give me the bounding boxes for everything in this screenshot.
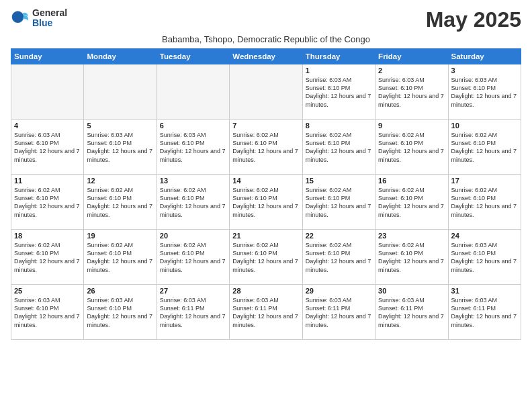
- cell-info: Sunrise: 6:03 AMSunset: 6:10 PMDaylight:…: [14, 296, 81, 329]
- header-friday: Friday: [375, 49, 448, 64]
- cell-info: Sunrise: 6:02 AMSunset: 6:10 PMDaylight:…: [232, 241, 299, 274]
- table-row: 8Sunrise: 6:02 AMSunset: 6:10 PMDaylight…: [302, 120, 375, 175]
- day-number: 19: [87, 232, 153, 240]
- cell-info: Sunrise: 6:02 AMSunset: 6:10 PMDaylight:…: [306, 241, 372, 274]
- page: General Blue May 2025 Babamba, Tshopo, D…: [0, 0, 532, 411]
- table-row: 19Sunrise: 6:02 AMSunset: 6:10 PMDayligh…: [84, 230, 157, 285]
- table-row: 24Sunrise: 6:03 AMSunset: 6:10 PMDayligh…: [448, 230, 521, 285]
- table-row: 4Sunrise: 6:03 AMSunset: 6:10 PMDaylight…: [11, 120, 84, 175]
- day-number: 20: [160, 232, 226, 240]
- day-number: 18: [14, 232, 81, 240]
- cell-info: Sunrise: 6:03 AMSunset: 6:10 PMDaylight:…: [306, 76, 372, 109]
- day-number: 25: [14, 287, 81, 295]
- day-number: 2: [378, 66, 445, 75]
- logo-icon: [11, 9, 30, 28]
- day-number: 12: [87, 177, 153, 185]
- cell-info: Sunrise: 6:02 AMSunset: 6:10 PMDaylight:…: [14, 241, 81, 274]
- cell-info: Sunrise: 6:03 AMSunset: 6:10 PMDaylight:…: [451, 241, 518, 274]
- calendar-row-2: 11Sunrise: 6:02 AMSunset: 6:10 PMDayligh…: [11, 175, 521, 230]
- day-number: 9: [378, 122, 445, 130]
- cell-info: Sunrise: 6:02 AMSunset: 6:10 PMDaylight:…: [87, 241, 153, 274]
- cell-info: Sunrise: 6:03 AMSunset: 6:10 PMDaylight:…: [87, 296, 153, 329]
- day-number: 10: [451, 122, 518, 130]
- day-number: 31: [451, 287, 518, 295]
- calendar-row-0: 1Sunrise: 6:03 AMSunset: 6:10 PMDaylight…: [11, 64, 521, 120]
- calendar-row-1: 4Sunrise: 6:03 AMSunset: 6:10 PMDaylight…: [11, 120, 521, 175]
- table-row: 17Sunrise: 6:02 AMSunset: 6:10 PMDayligh…: [448, 175, 521, 230]
- table-row: 18Sunrise: 6:02 AMSunset: 6:10 PMDayligh…: [11, 230, 84, 285]
- day-number: 16: [378, 177, 445, 185]
- cell-info: Sunrise: 6:03 AMSunset: 6:11 PMDaylight:…: [306, 296, 372, 329]
- day-number: 21: [232, 232, 299, 240]
- table-row: 14Sunrise: 6:02 AMSunset: 6:10 PMDayligh…: [230, 175, 302, 230]
- cell-info: Sunrise: 6:03 AMSunset: 6:10 PMDaylight:…: [378, 76, 445, 109]
- day-number: 28: [232, 287, 299, 295]
- header-tuesday: Tuesday: [157, 49, 229, 64]
- header-thursday: Thursday: [302, 49, 375, 64]
- table-row: 1Sunrise: 6:03 AMSunset: 6:10 PMDaylight…: [302, 64, 375, 120]
- cell-info: Sunrise: 6:02 AMSunset: 6:10 PMDaylight:…: [451, 186, 518, 219]
- cell-info: Sunrise: 6:02 AMSunset: 6:10 PMDaylight:…: [378, 186, 445, 219]
- cell-info: Sunrise: 6:03 AMSunset: 6:11 PMDaylight:…: [378, 296, 445, 329]
- cell-info: Sunrise: 6:02 AMSunset: 6:10 PMDaylight:…: [232, 131, 299, 164]
- day-number: 30: [378, 287, 445, 295]
- cell-info: Sunrise: 6:02 AMSunset: 6:10 PMDaylight:…: [306, 186, 372, 219]
- table-row: 26Sunrise: 6:03 AMSunset: 6:10 PMDayligh…: [84, 285, 157, 340]
- month-year: May 2025: [426, 8, 521, 32]
- table-row: [230, 64, 302, 120]
- day-number: 6: [160, 122, 226, 130]
- header-sunday: Sunday: [11, 49, 84, 64]
- cell-info: Sunrise: 6:03 AMSunset: 6:10 PMDaylight:…: [87, 131, 153, 164]
- logo-blue: Blue: [32, 18, 67, 28]
- table-row: 13Sunrise: 6:02 AMSunset: 6:10 PMDayligh…: [157, 175, 229, 230]
- day-number: 3: [451, 66, 518, 75]
- day-number: 13: [160, 177, 226, 185]
- table-row: 9Sunrise: 6:02 AMSunset: 6:10 PMDaylight…: [375, 120, 448, 175]
- header: General Blue May 2025: [11, 8, 521, 32]
- day-number: 23: [378, 232, 445, 240]
- calendar: Sunday Monday Tuesday Wednesday Thursday…: [11, 48, 521, 340]
- table-row: 10Sunrise: 6:02 AMSunset: 6:10 PMDayligh…: [448, 120, 521, 175]
- cell-info: Sunrise: 6:02 AMSunset: 6:10 PMDaylight:…: [378, 131, 445, 164]
- logo-general: General: [32, 8, 67, 18]
- day-number: 27: [160, 287, 226, 295]
- day-number: 8: [306, 122, 372, 130]
- table-row: [157, 64, 229, 120]
- cell-info: Sunrise: 6:03 AMSunset: 6:10 PMDaylight:…: [451, 76, 518, 109]
- cell-info: Sunrise: 6:03 AMSunset: 6:11 PMDaylight:…: [232, 296, 299, 329]
- table-row: 29Sunrise: 6:03 AMSunset: 6:11 PMDayligh…: [302, 285, 375, 340]
- day-number: 14: [232, 177, 299, 185]
- table-row: 25Sunrise: 6:03 AMSunset: 6:10 PMDayligh…: [11, 285, 84, 340]
- table-row: 21Sunrise: 6:02 AMSunset: 6:10 PMDayligh…: [230, 230, 302, 285]
- day-number: 1: [306, 66, 372, 75]
- cell-info: Sunrise: 6:03 AMSunset: 6:10 PMDaylight:…: [160, 131, 226, 164]
- day-number: 4: [14, 122, 81, 130]
- table-row: 27Sunrise: 6:03 AMSunset: 6:11 PMDayligh…: [157, 285, 229, 340]
- day-number: 24: [451, 232, 518, 240]
- table-row: 30Sunrise: 6:03 AMSunset: 6:11 PMDayligh…: [375, 285, 448, 340]
- header-monday: Monday: [84, 49, 157, 64]
- cell-info: Sunrise: 6:02 AMSunset: 6:10 PMDaylight:…: [306, 131, 372, 164]
- cell-info: Sunrise: 6:02 AMSunset: 6:10 PMDaylight:…: [87, 186, 153, 219]
- table-row: 16Sunrise: 6:02 AMSunset: 6:10 PMDayligh…: [375, 175, 448, 230]
- table-row: 28Sunrise: 6:03 AMSunset: 6:11 PMDayligh…: [230, 285, 302, 340]
- day-number: 26: [87, 287, 153, 295]
- cell-info: Sunrise: 6:02 AMSunset: 6:10 PMDaylight:…: [14, 186, 81, 219]
- weekday-header-row: Sunday Monday Tuesday Wednesday Thursday…: [11, 49, 521, 64]
- day-number: 17: [451, 177, 518, 185]
- logo: General Blue: [11, 8, 67, 29]
- cell-info: Sunrise: 6:03 AMSunset: 6:10 PMDaylight:…: [14, 131, 81, 164]
- svg-point-0: [12, 11, 24, 24]
- cell-info: Sunrise: 6:02 AMSunset: 6:10 PMDaylight:…: [451, 131, 518, 164]
- day-number: 22: [306, 232, 372, 240]
- table-row: 7Sunrise: 6:02 AMSunset: 6:10 PMDaylight…: [230, 120, 302, 175]
- subtitle: Babamba, Tshopo, Democratic Republic of …: [11, 34, 521, 44]
- cell-info: Sunrise: 6:02 AMSunset: 6:10 PMDaylight:…: [160, 241, 226, 274]
- table-row: 22Sunrise: 6:02 AMSunset: 6:10 PMDayligh…: [302, 230, 375, 285]
- cell-info: Sunrise: 6:03 AMSunset: 6:11 PMDaylight:…: [451, 296, 518, 329]
- calendar-row-4: 25Sunrise: 6:03 AMSunset: 6:10 PMDayligh…: [11, 285, 521, 340]
- calendar-row-3: 18Sunrise: 6:02 AMSunset: 6:10 PMDayligh…: [11, 230, 521, 285]
- logo-text: General Blue: [32, 8, 67, 29]
- day-number: 7: [232, 122, 299, 130]
- cell-info: Sunrise: 6:03 AMSunset: 6:11 PMDaylight:…: [160, 296, 226, 329]
